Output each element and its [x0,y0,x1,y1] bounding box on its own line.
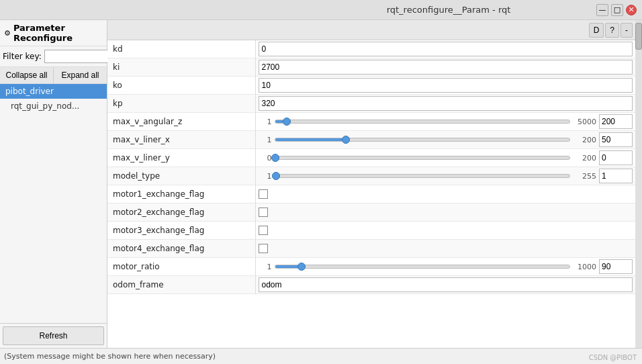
slider-min-4: 1 [259,118,272,126]
table-row: kd [107,40,635,58]
table-row: max_v_liner_x1200 [107,131,635,149]
param-value-6: 0200 [255,149,635,167]
param-checkbox-9[interactable] [259,208,268,217]
param-name-4: max_v_angular_z [107,113,255,131]
param-name-8: motor1_exchange_flag [107,185,255,203]
param-text-input-13[interactable] [259,277,633,292]
params-table: kdkikokpmax_v_angular_z15000max_v_liner_… [107,40,635,294]
sidebar-header: ⚙ Parameter Reconfigure [0,20,107,46]
status-bar: (System message might be shown here when… [0,348,642,364]
param-name-1: ki [107,58,255,77]
slider-track-7[interactable] [275,174,571,178]
slider-value-input-4[interactable] [599,114,633,129]
slider-value-input-7[interactable] [599,169,633,183]
main-area: ⚙ Parameter Reconfigure Filter key: Coll… [0,20,642,348]
titlebar-controls: — □ ✕ [596,4,637,16]
sidebar-item-1[interactable]: rqt_gui_py_nod... [0,99,107,113]
top-toolbar: D ? - [107,20,635,40]
param-text-input-3[interactable] [259,96,633,111]
param-text-input-1[interactable] [259,60,633,75]
param-name-6: max_v_liner_y [107,149,255,167]
param-name-12: motor_ratio [107,258,255,276]
slider-thumb-7[interactable] [272,172,280,180]
d-button[interactable]: D [589,23,604,38]
status-message: (System message might be shown here when… [4,352,216,361]
param-name-10: motor3_exchange_flag [107,222,255,240]
table-row: kp [107,95,635,113]
expand-all-button[interactable]: Expand all [54,67,107,83]
param-value-4: 15000 [255,113,635,131]
slider-min-7: 1 [259,172,272,181]
minus-button[interactable]: - [621,23,633,38]
titlebar: rqt_reconfigure__Param - rqt — □ ✕ [0,0,642,20]
slider-thumb-12[interactable] [297,263,306,271]
param-name-13: odom_frame [107,276,255,294]
param-name-9: motor2_exchange_flag [107,203,255,222]
slider-value-input-5[interactable] [599,132,633,147]
table-row: motor2_exchange_flag [107,203,635,222]
slider-thumb-5[interactable] [342,136,350,144]
table-row: motor3_exchange_flag [107,222,635,240]
param-checkbox-10[interactable] [259,226,268,235]
param-text-input-2[interactable] [259,78,633,93]
maximize-button[interactable]: □ [611,4,623,16]
slider-max-6: 200 [573,154,596,163]
table-row: max_v_liner_y0200 [107,149,635,167]
close-button[interactable]: ✕ [626,5,637,15]
slider-track-5[interactable] [275,138,571,142]
param-value-1 [255,58,635,77]
param-name-3: kp [107,95,255,113]
sidebar-header-label: Parameter Reconfigure [13,23,103,43]
param-checkbox-8[interactable] [259,189,268,199]
param-value-9 [255,203,635,222]
param-value-13 [255,276,635,294]
param-value-8 [255,185,635,203]
table-row: odom_frame [107,276,635,294]
filter-label: Filter key: [3,52,42,61]
table-row: max_v_angular_z15000 [107,113,635,131]
slider-thumb-4[interactable] [283,118,291,126]
table-row: ki [107,58,635,77]
param-value-3 [255,95,635,113]
table-row: model_type1255 [107,167,635,185]
minimize-button[interactable]: — [596,4,608,16]
slider-min-12: 1 [259,263,272,271]
slider-max-7: 255 [573,172,596,181]
slider-track-6[interactable] [275,156,571,160]
table-row: motor4_exchange_flag [107,240,635,258]
refresh-button[interactable]: Refresh [3,326,104,345]
sidebar: ⚙ Parameter Reconfigure Filter key: Coll… [0,20,107,348]
param-value-7: 1255 [255,167,635,185]
param-name-2: ko [107,77,255,95]
help-button[interactable]: ? [605,23,619,38]
param-value-5: 1200 [255,131,635,149]
param-value-11 [255,240,635,258]
param-name-7: model_type [107,167,255,185]
right-scrollbar[interactable] [635,20,642,348]
window-title: rqt_reconfigure__Param - rqt [301,5,596,15]
slider-thumb-6[interactable] [271,154,279,162]
param-value-10 [255,222,635,240]
param-name-11: motor4_exchange_flag [107,240,255,258]
slider-value-input-12[interactable] [599,259,633,274]
table-row: motor1_exchange_flag [107,185,635,203]
slider-value-input-6[interactable] [599,150,633,165]
param-value-0 [255,40,635,58]
slider-track-4[interactable] [275,120,571,124]
param-checkbox-11[interactable] [259,244,268,253]
collapse-all-button[interactable]: Collapse all [0,67,54,83]
sidebar-item-0[interactable]: pibot_driver [0,84,107,99]
right-panel: D ? - kdkikokpmax_v_angular_z15000max_v_… [107,20,635,348]
table-row: motor_ratio11000 [107,258,635,276]
filter-row: Filter key: [0,46,107,67]
param-value-12: 11000 [255,258,635,276]
watermark: CSDN @PIBOT [589,354,637,361]
slider-max-12: 1000 [573,263,596,271]
scrollbar-thumb[interactable] [635,23,642,50]
slider-track-12[interactable] [275,265,571,269]
param-value-2 [255,77,635,95]
slider-max-4: 5000 [573,118,596,126]
tree-list: pibot_driverrqt_gui_py_nod... [0,84,107,323]
param-text-input-0[interactable] [259,42,633,56]
param-name-5: max_v_liner_x [107,131,255,149]
